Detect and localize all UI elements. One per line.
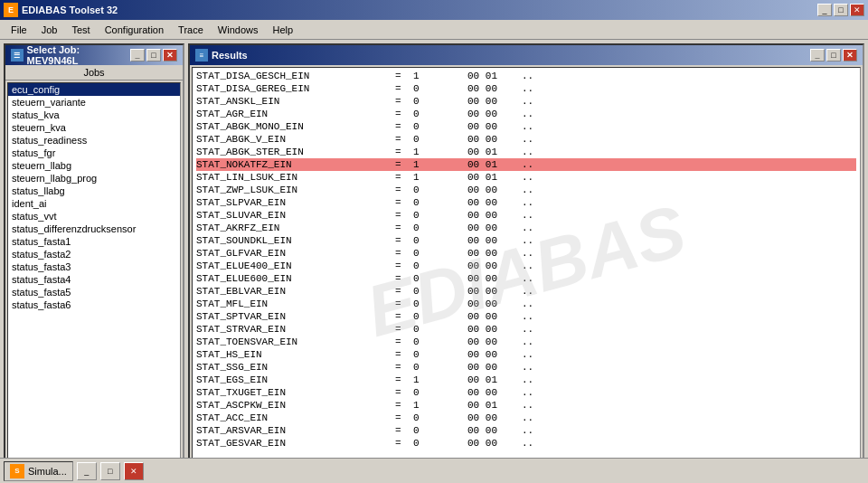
- result-name: STAT_SPTVAR_EIN: [196, 311, 395, 322]
- result-val: 1: [413, 71, 467, 81]
- result-eq: =: [395, 172, 413, 183]
- result-dots: ..: [522, 147, 533, 157]
- jobs-list-item[interactable]: status_fgr: [8, 147, 180, 159]
- result-val: 0: [413, 109, 467, 119]
- menu-trace[interactable]: Trace: [171, 23, 211, 37]
- result-hex: 00 00: [467, 134, 522, 145]
- result-dots: ..: [522, 412, 533, 423]
- jobs-list-item[interactable]: ident_ai: [8, 197, 180, 210]
- left-panel-close[interactable]: ✕: [163, 49, 177, 62]
- table-row: STAT_STRVAR_EIN = 0 00 00 ..: [196, 323, 856, 336]
- jobs-list-item[interactable]: status_differenzdrucksensor: [8, 223, 180, 235]
- result-val: 0: [413, 235, 467, 246]
- table-row: STAT_ASCPKW_EIN = 1 00 01 ..: [196, 399, 856, 412]
- table-row: STAT_ZWP_LSUK_EIN = 0 00 00 ..: [196, 184, 856, 196]
- menu-file[interactable]: File: [4, 23, 34, 37]
- minimize-button[interactable]: _: [817, 4, 832, 16]
- right-panel-maximize[interactable]: □: [826, 49, 841, 62]
- jobs-list-item[interactable]: status_fasta1: [8, 235, 180, 248]
- result-val: 0: [413, 197, 467, 208]
- menu-test[interactable]: Test: [64, 23, 97, 37]
- result-hex: 00 01: [467, 71, 522, 81]
- table-row: STAT_LIN_LSUK_EIN = 1 00 01 ..: [196, 171, 856, 184]
- menu-configuration[interactable]: Configuration: [98, 23, 171, 37]
- jobs-list-item[interactable]: status_readiness: [8, 134, 180, 147]
- menu-help[interactable]: Help: [265, 23, 300, 37]
- jobs-list-item[interactable]: status_vvt: [8, 210, 180, 223]
- result-val: 0: [413, 185, 467, 195]
- result-val: 0: [413, 223, 467, 233]
- jobs-list-item[interactable]: steuern_llabg_prog: [8, 172, 180, 185]
- result-eq: =: [395, 374, 413, 385]
- result-name: STAT_AKRFZ_EIN: [196, 223, 395, 233]
- results-content[interactable]: EDIABAS STAT_DISA_GESCH_EIN = 1 00 01 ..…: [192, 67, 861, 476]
- result-dots: ..: [522, 134, 533, 145]
- result-name: STAT_LIN_LSUK_EIN: [196, 172, 395, 183]
- jobs-list-item[interactable]: status_llabg: [8, 185, 180, 197]
- result-hex: 00 00: [467, 210, 522, 221]
- result-hex: 00 00: [467, 235, 522, 246]
- result-dots: ..: [522, 185, 533, 195]
- result-dots: ..: [522, 387, 533, 398]
- result-dots: ..: [522, 374, 533, 385]
- jobs-list[interactable]: ecu_configsteuern_variantestatus_kvasteu…: [7, 82, 181, 476]
- result-name: STAT_ACC_EIN: [196, 412, 395, 423]
- status-bar: S Simula... _ □ ✕: [0, 458, 868, 483]
- result-name: STAT_HS_EIN: [196, 349, 395, 360]
- status-minimize[interactable]: _: [77, 462, 97, 480]
- result-val: 0: [413, 134, 467, 145]
- table-row: STAT_DISA_GEREG_EIN = 0 00 00 ..: [196, 82, 856, 95]
- left-panel-title-text: Select Job: MEV9N46L: [27, 44, 130, 66]
- jobs-list-item[interactable]: status_fasta5: [8, 286, 180, 298]
- jobs-list-item[interactable]: status_kva: [8, 109, 180, 121]
- result-hex: 00 00: [467, 185, 522, 195]
- jobs-list-item[interactable]: ecu_config: [8, 83, 180, 96]
- result-eq: =: [395, 425, 413, 436]
- right-panel: ≡ Results _ □ ✕ EDIABAS STAT_DISA_GESCH_…: [188, 43, 864, 479]
- result-hex: 00 00: [467, 412, 522, 423]
- result-name: STAT_GLFVAR_EIN: [196, 248, 395, 259]
- status-restore[interactable]: □: [100, 462, 120, 480]
- right-panel-minimize[interactable]: _: [810, 49, 825, 62]
- result-eq: =: [395, 210, 413, 221]
- result-val: 0: [413, 248, 467, 259]
- result-dots: ..: [522, 109, 533, 119]
- result-eq: =: [395, 71, 413, 81]
- result-val: 1: [413, 172, 467, 183]
- status-close[interactable]: ✕: [124, 462, 144, 480]
- result-dots: ..: [522, 172, 533, 183]
- jobs-list-item[interactable]: steuern_kva: [8, 121, 180, 134]
- left-panel: ☰ Select Job: MEV9N46L _ □ ✕ Jobs ecu_co…: [4, 43, 184, 479]
- menu-windows[interactable]: Windows: [211, 23, 266, 37]
- right-panel-close[interactable]: ✕: [843, 49, 857, 62]
- left-panel-maximize[interactable]: □: [146, 49, 161, 62]
- result-dots: ..: [522, 197, 533, 208]
- table-row: STAT_MFL_EIN = 0 00 00 ..: [196, 298, 856, 310]
- menu-job[interactable]: Job: [34, 23, 65, 37]
- result-hex: 00 00: [467, 425, 522, 436]
- result-dots: ..: [522, 349, 533, 360]
- result-name: STAT_MFL_EIN: [196, 298, 395, 309]
- result-name: STAT_TXUGET_EIN: [196, 387, 395, 398]
- jobs-list-item[interactable]: status_fasta2: [8, 248, 180, 260]
- status-label: Simula...: [28, 466, 67, 477]
- result-val: 1: [413, 159, 467, 170]
- jobs-list-item[interactable]: steuern_llabg: [8, 159, 180, 172]
- result-eq: =: [395, 109, 413, 119]
- jobs-list-item[interactable]: status_fasta3: [8, 260, 180, 273]
- left-panel-minimize[interactable]: _: [130, 49, 145, 62]
- app-title: EDIABAS Toolset 32: [22, 5, 118, 15]
- result-hex: 00 00: [467, 83, 522, 94]
- result-hex: 00 00: [467, 223, 522, 233]
- result-dots: ..: [522, 324, 533, 335]
- result-val: 0: [413, 121, 467, 132]
- close-button[interactable]: ✕: [850, 4, 864, 16]
- table-row: STAT_GESVAR_EIN = 0 00 00 ..: [196, 437, 856, 450]
- table-row: STAT_DISA_GESCH_EIN = 1 00 01 ..: [196, 70, 856, 82]
- jobs-list-item[interactable]: steuern_variante: [8, 96, 180, 109]
- jobs-list-item[interactable]: status_fasta4: [8, 273, 180, 286]
- result-eq: =: [395, 121, 413, 132]
- table-row: STAT_NOKATFZ_EIN = 1 00 01 ..: [196, 158, 856, 171]
- maximize-button[interactable]: □: [834, 4, 848, 16]
- jobs-list-item[interactable]: status_fasta6: [8, 298, 180, 311]
